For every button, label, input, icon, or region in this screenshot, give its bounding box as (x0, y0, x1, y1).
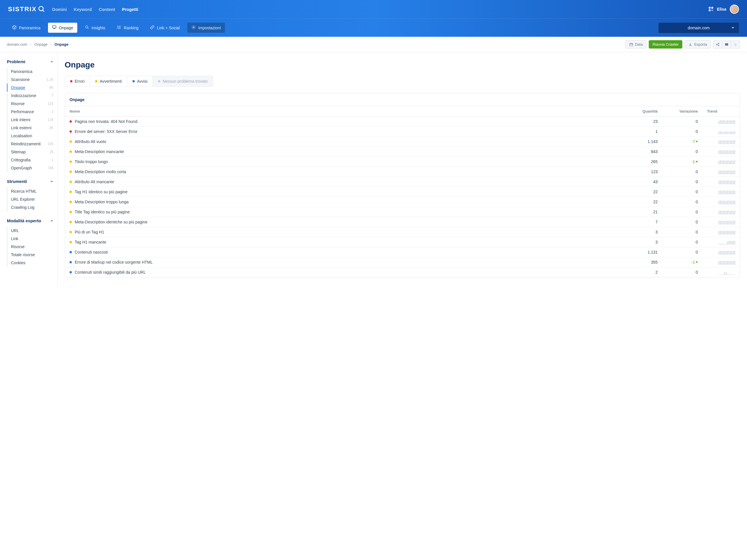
filter-tab[interactable]: Errori (65, 76, 90, 86)
sidebar-item[interactable]: Totale risorse (7, 251, 57, 259)
breadcrumb-item[interactable]: domain.com (7, 42, 27, 47)
issue-variation: 0 (662, 227, 702, 237)
user-name[interactable]: Elisa (717, 7, 726, 11)
sidebar-item[interactable]: Onpage4K (7, 84, 57, 91)
severity-dot-icon (70, 140, 72, 143)
svg-rect-3 (712, 7, 713, 9)
sidebar-item[interactable]: Sitemap25 (7, 148, 57, 156)
sidebar-item[interactable]: Link (7, 235, 57, 243)
sidebar-item[interactable]: Indicizzazione7 (7, 91, 57, 100)
table-row[interactable]: Tag H1 mancante30 (65, 237, 740, 247)
table-row[interactable]: Title Tag identico su più pagine210 (65, 207, 740, 217)
export-button[interactable]: Esporta (685, 40, 711, 49)
avatar[interactable] (730, 5, 739, 14)
issue-qty: 1.143 (628, 137, 662, 147)
table-row[interactable]: Pagina non trovata: 404 Not Found230 (65, 116, 740, 127)
table-row[interactable]: Meta-Description troppo lunga220 (65, 197, 740, 207)
sidebar-section-title[interactable]: Strumenti (7, 177, 57, 186)
sidebar-item[interactable]: Crittografia1 (7, 156, 57, 164)
table-row[interactable]: Errore di Markup nel codice sorgente HTM… (65, 257, 740, 267)
col-trend[interactable]: Trend (702, 106, 740, 116)
share-icon (716, 43, 720, 47)
svg-line-26 (717, 45, 719, 45)
issue-variation: 0 (662, 167, 702, 177)
table-row[interactable]: Tag H1 identico su più pagine220 (65, 187, 740, 197)
sidebar-item[interactable]: Panoramica (7, 68, 57, 76)
sidebar-item[interactable]: Cookies (7, 259, 57, 267)
logo[interactable]: SISTRIX (8, 5, 45, 13)
issue-variation: 0 (662, 217, 702, 227)
issue-name: Titolo troppo lungo (75, 159, 108, 164)
shortcut-button[interactable] (731, 41, 740, 49)
issue-qty: 3 (628, 237, 662, 247)
issue-variation: 0 (662, 247, 702, 257)
table-row[interactable]: Meta-Description identiche su più pagine… (65, 217, 740, 227)
docs-button[interactable] (722, 41, 731, 49)
subnav-item-ranking[interactable]: Ranking (113, 23, 143, 33)
share-button[interactable] (713, 41, 722, 49)
col-qty[interactable]: Quantità (628, 106, 662, 116)
table-row[interactable]: Attributo Alt mancante430 (65, 177, 740, 187)
issue-variation: 0 (662, 267, 702, 277)
svg-rect-18 (629, 43, 633, 46)
sidebar-item[interactable]: Risorse (7, 243, 57, 251)
subnav-item-panoramica[interactable]: Panoramica (8, 23, 45, 33)
sidebar-item[interactable]: URL Explorer (7, 195, 57, 203)
apps-icon[interactable] (709, 7, 713, 11)
breadcrumb: domain.com›Onpage›Onpage (7, 42, 68, 47)
topnav-item[interactable]: Content (99, 7, 115, 12)
data-button[interactable]: Data (625, 40, 646, 49)
severity-dot-icon (70, 201, 72, 203)
sidebar-item[interactable]: Reindirizzamenti320 (7, 140, 57, 148)
topnav-item[interactable]: Domini (52, 7, 67, 12)
logo-text: SISTRIX (8, 5, 37, 13)
pin-icon (733, 43, 738, 47)
issue-variation: 0 (662, 207, 702, 217)
chevron-right-icon: › (30, 42, 31, 47)
table-row[interactable]: Titolo troppo lungo265-1 (65, 157, 740, 167)
sidebar-item[interactable]: Link esterni2K (7, 124, 57, 132)
breadcrumb-item[interactable]: Onpage (34, 42, 47, 47)
subnav-item-insights[interactable]: Insights (81, 23, 109, 33)
sidebar-item[interactable]: Localisation (7, 132, 57, 140)
table-row[interactable]: Più di un Tag H130 (65, 227, 740, 237)
restart-crawler-button[interactable]: Riavvia Crawler (649, 40, 682, 49)
filter-tab[interactable]: Avvertimenti (90, 76, 127, 86)
sidebar-section-title[interactable]: Modalità esperto (7, 216, 57, 225)
topnav-item[interactable]: Keyword (74, 7, 92, 12)
table-row[interactable]: Meta-Description mancante8430 (65, 147, 740, 157)
table-row[interactable]: Attributo Alt vuoto1.143-7 (65, 137, 740, 147)
sidebar-item[interactable]: Ricerca HTML (7, 187, 57, 195)
svg-point-16 (118, 28, 118, 28)
sidebar-item[interactable]: URL (7, 226, 57, 235)
table-row[interactable]: Contenuti simili raggiungibili da più UR… (65, 267, 740, 277)
table-row[interactable]: Errore del server: 5XX Server Error10 (65, 127, 740, 137)
severity-dot-icon (70, 161, 72, 163)
topnav-item[interactable]: Progetti (122, 7, 138, 12)
domain-selector[interactable]: domain.com (659, 23, 739, 33)
sidebar-item[interactable]: Scansione1,1K (7, 76, 57, 84)
filter-tab[interactable]: Avvisi (127, 76, 153, 86)
sidebar-item[interactable]: Risorse131 (7, 100, 57, 108)
screen-icon (52, 25, 57, 30)
chevron-up-icon (50, 180, 53, 183)
table-row[interactable]: Meta-Description molto corta1230 (65, 167, 740, 177)
sidebar-section-title[interactable]: Problemi (7, 57, 57, 66)
table-row[interactable]: Contenuti nascosti1.1310 (65, 247, 740, 257)
col-name[interactable]: Nome (65, 106, 628, 116)
sidebar-item-count: 131 (48, 102, 53, 106)
issue-qty: 3 (628, 227, 662, 237)
subnav-item-impostazioni[interactable]: Impostazioni (187, 23, 225, 33)
sidebar-item[interactable]: Performance1 (7, 108, 57, 116)
toolbar-icon-group (713, 41, 740, 49)
issue-trend (702, 147, 740, 157)
sidebar-item[interactable]: Crawling Log (7, 203, 57, 211)
col-var[interactable]: Variazione (662, 106, 702, 116)
subnav-item-link[interactable]: Link + Social (146, 23, 184, 33)
sidebar-item[interactable]: OpenGraph745 (7, 164, 57, 172)
filter-tab[interactable]: Nessun problema trovato (153, 76, 213, 86)
issue-trend (702, 137, 740, 147)
subnav-item-onpage[interactable]: Onpage (48, 23, 77, 33)
sidebar-item[interactable]: Link interni116 (7, 116, 57, 124)
page-title: Onpage (65, 60, 740, 70)
